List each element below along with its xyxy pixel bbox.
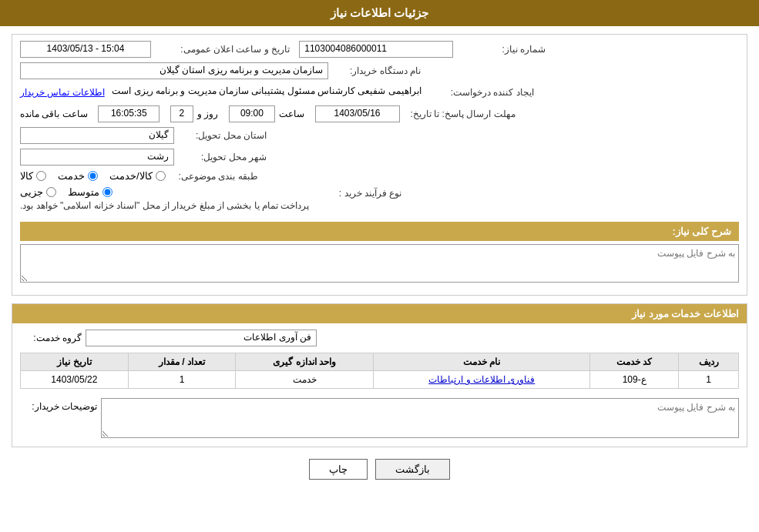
table-cell-row: 1: [679, 371, 739, 389]
category-radio-service[interactable]: [88, 171, 98, 181]
back-button[interactable]: بازگشت: [375, 459, 450, 480]
action-buttons: بازگشت چاپ: [12, 459, 747, 480]
need-number-label: شماره نیاز:: [453, 44, 546, 55]
announcement-value: 1403/05/13 - 15:04: [20, 41, 151, 58]
deadline-remaining-label: ساعت باقی مانده: [20, 109, 88, 119]
process-radio-partial[interactable]: [46, 187, 56, 197]
services-section-header: اطلاعات خدمات مورد نیاز: [12, 304, 747, 323]
buyer-desc-textarea[interactable]: [101, 398, 739, 438]
col-header-date: تاریخ نیاز: [21, 353, 129, 371]
buyer-org-label: نام دستگاه خریدار:: [328, 65, 421, 76]
province-value: گیلان: [20, 127, 174, 144]
city-label: شهر محل تحویل:: [174, 152, 267, 162]
services-table: ردیف کد خدمت نام خدمت واحد اندازه گیری ت…: [20, 353, 739, 389]
page-title: جزئیات اطلاعات نیاز: [0, 0, 759, 26]
need-number-value: 1103004086000011: [299, 41, 453, 58]
general-desc-textarea[interactable]: [20, 244, 739, 283]
announcement-label: تاریخ و ساعت اعلان عمومی:: [151, 44, 290, 55]
process-label-medium: متوسط: [68, 186, 99, 198]
process-note: پرداخت تمام یا بخشی از مبلغ خریدار از مح…: [20, 200, 309, 211]
services-section: اطلاعات خدمات مورد نیاز گروه خدمت: فن آو…: [12, 303, 747, 447]
process-radio-group: جزیی متوسط: [20, 186, 309, 198]
category-radio-group: کالا خدمت کالا/خدمت: [20, 170, 166, 182]
buyer-desc-label: توضیحات خریدار:: [20, 398, 97, 412]
table-row: 1ع-109فناوری اطلاعات و ارتباطاتخدمت11403…: [21, 371, 739, 389]
deadline-time: 09:00: [229, 105, 275, 122]
table-cell-name: فناوری اطلاعات و ارتباطات: [374, 371, 590, 389]
service-group-value: فن آوری اطلاعات: [86, 330, 317, 346]
col-header-code: کد خدمت: [590, 353, 679, 371]
deadline-label: مهلت ارسال پاسخ: تا تاریخ:: [404, 109, 516, 119]
table-cell-code: ع-109: [590, 371, 679, 389]
category-radio-goods[interactable]: [36, 171, 46, 181]
category-option-service: خدمت: [58, 170, 98, 182]
general-desc-header: شرح کلی نیاز:: [20, 222, 739, 241]
process-radio-medium[interactable]: [102, 187, 113, 197]
deadline-date: 1403/05/16: [315, 105, 400, 122]
process-option-partial: جزیی: [20, 186, 56, 198]
table-cell-date: 1403/05/22: [21, 371, 129, 389]
category-label: طبقه بندی موضوعی:: [166, 171, 258, 182]
creator-value: ابراهیمی شفیعی کارشناس مسئول پشتیبانی سا…: [107, 84, 425, 101]
deadline-remaining: 16:05:35: [98, 105, 160, 122]
deadline-days-label: روز و: [197, 109, 218, 119]
category-option-goods: کالا: [20, 170, 46, 182]
col-header-unit: واحد اندازه گیری: [236, 353, 374, 371]
main-info-section: شماره نیاز: 1103004086000011 تاریخ و ساع…: [12, 34, 747, 296]
col-header-row: ردیف: [679, 353, 739, 371]
process-label: نوع فرآیند خرید :: [309, 186, 401, 199]
deadline-time-label: ساعت: [279, 109, 304, 119]
print-button[interactable]: چاپ: [309, 459, 368, 480]
creator-label: ایجاد کننده درخواست:: [426, 87, 534, 98]
col-header-name: نام خدمت: [374, 353, 590, 371]
category-label-service: خدمت: [58, 170, 85, 182]
col-header-qty: تعداد / مقدار: [128, 353, 236, 371]
deadline-days: 2: [170, 105, 193, 122]
process-option-medium: متوسط: [68, 186, 113, 198]
city-value: رشت: [20, 149, 174, 166]
process-label-partial: جزیی: [20, 186, 43, 198]
category-radio-both[interactable]: [156, 171, 166, 181]
buyer-org-value: سازمان مدیریت و برنامه ریزی استان گیلان: [20, 62, 328, 79]
service-group-label: گروه خدمت:: [20, 333, 82, 343]
category-label-goods: کالا: [20, 170, 33, 182]
category-label-both: کالا/خدمت: [109, 170, 153, 182]
province-label: استان محل تحویل:: [174, 130, 267, 141]
category-option-both: کالا/خدمت: [109, 170, 166, 182]
table-cell-quantity: 1: [128, 371, 236, 389]
creator-contact-link[interactable]: اطلاعات تماس خریدار: [20, 87, 105, 98]
table-cell-unit: خدمت: [236, 371, 374, 389]
